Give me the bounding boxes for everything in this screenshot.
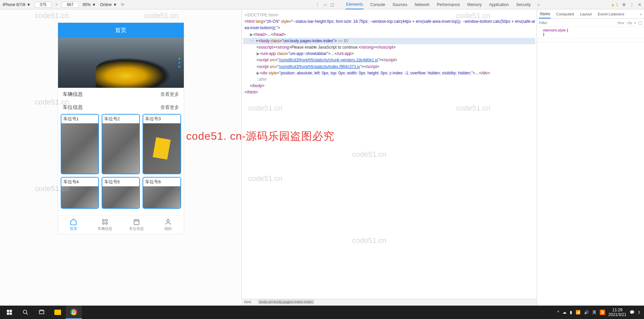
section-vehicle: 车辆信息 查看更多 [58,88,184,101]
taskview-button[interactable] [34,306,50,319]
svg-rect-9 [10,313,12,315]
styles-overflow-icon[interactable]: » [640,12,642,16]
tabbar-parking[interactable]: 车位信息 [121,215,152,234]
parking-card[interactable]: 车位号5 [102,177,140,209]
tray-volume-icon[interactable]: 🔊 [584,310,589,315]
warnings-badge[interactable]: ▲ 1 [611,2,618,7]
parking-card[interactable]: 车位号4 [61,177,99,209]
app-header: 首页 [58,23,184,38]
tab-network[interactable]: Network [414,0,430,9]
tray-wifi-icon[interactable]: 📶 [576,310,581,315]
hov-toggle[interactable]: :hov [617,21,624,25]
close-devtools-icon[interactable]: ✕ [638,2,641,7]
dimension-separator: × [55,2,58,7]
stab-styles[interactable]: Styles [539,10,551,18]
devtools-toolbar: iPhone 6/7/8▼ 375 × 667 95%▼ Online▼ ⟳ ⋮… [0,0,644,9]
throttle-selector[interactable]: Online▼ [100,2,117,7]
banner-image[interactable] [58,38,184,88]
device-preview-pane: 首页 车辆信息 查看更多 车位信息 查看更多 车位号1 车位号2 车位号3 车位… [0,9,241,306]
tab-application[interactable]: Application [488,0,509,9]
carousel-dots [178,58,180,68]
svg-point-3 [106,222,108,225]
panel-tabs: Elements Console Sources Network Perform… [345,0,540,9]
styles-pane: Styles Computed Layout Event Listeners »… [537,9,644,306]
svg-point-5 [167,219,169,222]
section-parking-label: 车位信息 [63,104,83,111]
svg-point-1 [106,219,108,221]
stab-layout[interactable]: Layout [579,10,592,18]
tab-security[interactable]: Security [516,0,531,9]
parking-card[interactable]: 车位号6 [143,177,181,209]
notification-count: 3 [638,311,640,314]
phone-frame: 首页 车辆信息 查看更多 车位信息 查看更多 车位号1 车位号2 车位号3 车位… [58,23,184,234]
parking-card[interactable]: 车位号1 [61,114,99,174]
grid-icon [101,218,109,226]
height-input[interactable]: 667 [62,2,78,8]
section-parking: 车位信息 查看更多 [58,101,184,114]
tab-elements[interactable]: Elements [345,0,364,9]
ime-indicator[interactable]: 英 [592,310,596,315]
inspect-icon[interactable]: ▭ [323,2,327,7]
styles-filter-input[interactable] [539,21,615,25]
svg-rect-4 [134,220,139,225]
tray-battery-icon[interactable]: ▮ [570,310,572,315]
tabbar-mine[interactable]: 我的 [152,215,184,234]
calendar-icon [133,218,140,226]
tab-sources[interactable]: Sources [392,0,408,9]
device-selector[interactable]: iPhone 6/7/8▼ [3,2,31,7]
menu-icon[interactable]: ⋮ [630,2,634,7]
parking-card[interactable]: 车位号2 [102,114,140,174]
cls-toggle[interactable]: .cls [626,21,632,25]
svg-rect-8 [7,313,9,315]
toolbar-more-icon[interactable]: ⋮ [315,2,319,7]
section-vehicle-label: 车辆信息 [63,91,83,98]
svg-rect-7 [10,310,12,312]
svg-point-0 [103,219,105,221]
width-input[interactable]: 375 [35,2,51,8]
tabbar-home[interactable]: 首页 [58,215,90,234]
tab-bar: 首页 车辆信息 车位信息 我的 [58,215,184,234]
tray-cloud-icon[interactable]: ☁ [562,310,567,315]
overlay-warning-text: code51. cn-源码乐园盗图必究 [186,129,334,144]
system-tray: ^ ☁ ▮ 📶 🔊 英 S 11:29 2021/3/21 💬 3 [557,308,643,317]
explorer-icon[interactable] [50,306,66,319]
stab-computed[interactable]: Computed [555,10,575,18]
start-button[interactable] [1,306,17,319]
dom-breadcrumb[interactable]: html body.uni-body.pages-index-index [241,299,537,306]
parking-card[interactable]: 车位号3 [143,114,181,174]
parking-grid: 车位号1 车位号2 车位号3 车位号4 车位号5 车位号6 [58,114,184,209]
stab-events[interactable]: Event Listeners [597,10,625,18]
svg-point-2 [103,222,105,225]
device-toggle-icon[interactable]: ▢ [330,2,334,7]
tab-memory[interactable]: Memory [467,0,482,9]
tray-sogou-icon[interactable]: S [600,310,605,315]
notification-icon[interactable]: 💬 [630,310,635,315]
styles-filter-row: :hov .cls + ▢ [537,19,644,27]
styles-rules[interactable]: element.style {}</span><div><span class=… [537,27,644,306]
settings-icon[interactable]: ⚙ [622,2,626,7]
tray-expand-icon[interactable]: ^ [557,310,559,315]
chrome-icon[interactable] [66,306,82,319]
tab-performance[interactable]: Performance [436,0,461,9]
home-icon [70,218,77,226]
styles-tabs: Styles Computed Layout Event Listeners » [537,9,644,19]
svg-rect-11 [39,311,44,314]
add-rule-button[interactable]: + [634,21,636,25]
svg-rect-6 [7,310,9,312]
taskbar-clock[interactable]: 11:29 2021/3/21 [608,308,626,317]
expand-icon[interactable]: ▢ [638,20,642,25]
vehicle-more-link[interactable]: 查看更多 [160,91,179,98]
svg-point-10 [23,310,27,314]
rotate-icon[interactable]: ⟳ [121,2,124,7]
windows-taskbar: ^ ☁ ▮ 📶 🔊 英 S 11:29 2021/3/21 💬 3 [0,306,644,319]
tabs-overflow-icon[interactable]: » [537,2,540,7]
tab-console[interactable]: Console [370,0,386,9]
parking-more-link[interactable]: 查看更多 [160,105,179,111]
search-button[interactable] [17,306,34,319]
dom-tree[interactable]: <!DOCTYPE html> <html lang="zh-CN" style… [242,9,537,306]
tabbar-vehicle[interactable]: 车辆信息 [89,215,121,234]
user-icon [164,218,172,226]
zoom-selector[interactable]: 95%▼ [83,2,96,7]
